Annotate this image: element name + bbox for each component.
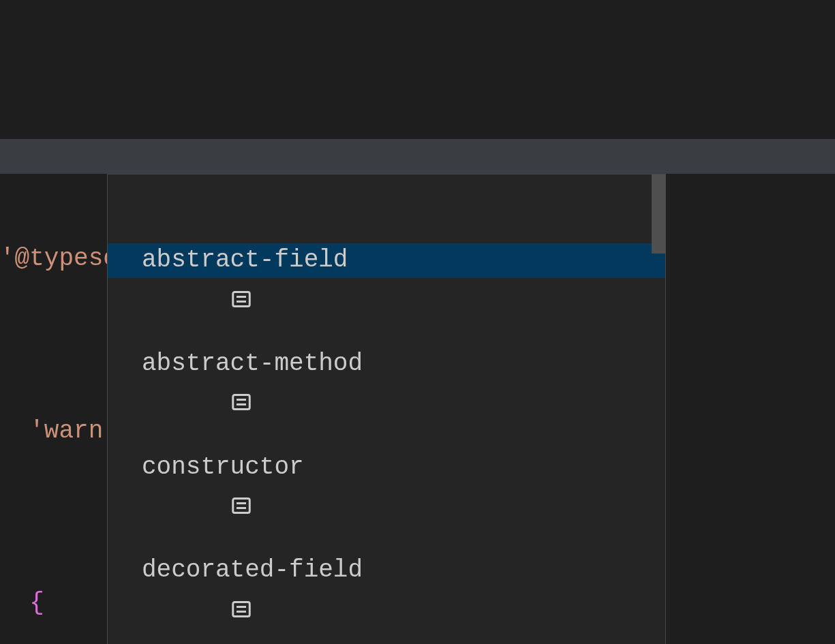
open-brace: { [29,586,44,620]
autocomplete-label: decorated-field [142,553,363,587]
autocomplete-item[interactable]: constructor [108,450,665,485]
svg-rect-0 [233,292,250,306]
autocomplete-item[interactable]: abstract-field [108,243,665,278]
svg-rect-9 [233,602,250,617]
enum-member-icon [113,458,134,477]
autocomplete-label: abstract-method [142,347,363,381]
code-editor[interactable]: '@typescript-eslint/member-ordering': [ … [0,0,835,644]
string-quote: ' [0,242,15,276]
svg-rect-6 [233,499,250,513]
autocomplete-label: constructor [142,450,304,485]
svg-rect-3 [233,395,250,410]
string-value: warn [44,414,103,448]
enum-member-icon [113,562,134,581]
autocomplete-scrollbar[interactable] [652,174,665,254]
enum-member-icon [113,251,134,270]
autocomplete-label: abstract-field [142,243,348,277]
string-quote: ' [29,414,44,448]
autocomplete-popup[interactable]: abstract-field abstract-method construct… [107,174,666,644]
autocomplete-item[interactable]: decorated-field [108,553,665,588]
autocomplete-item[interactable]: abstract-method [108,347,665,382]
enum-member-icon [113,354,134,373]
